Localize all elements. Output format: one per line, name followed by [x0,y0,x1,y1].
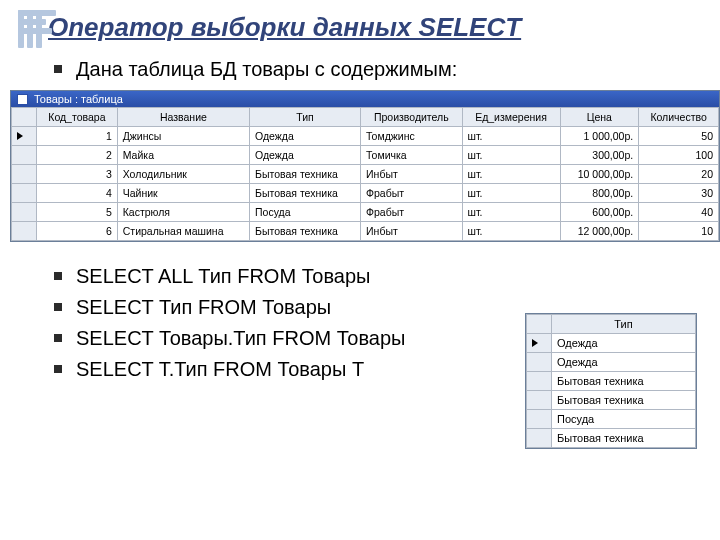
cell: 12 000,00р. [560,222,639,241]
query-item: SELECT ALL Тип FROM Товары [54,262,690,291]
row-selector-header [12,108,37,127]
table-row: 3ХолодильникБытовая техникаИнбытшт.10 00… [12,165,719,184]
col-header: Тип [250,108,361,127]
cell: Бытовая техника [250,165,361,184]
cell: 4 [37,184,118,203]
cell: шт. [462,165,560,184]
cell: 800,00р. [560,184,639,203]
cell: 40 [639,203,719,222]
cell: 100 [639,146,719,165]
table-row: 4ЧайникБытовая техникаФрабытшт.800,00р.3… [12,184,719,203]
cell: 2 [37,146,118,165]
row-selector [12,222,37,241]
table-icon [17,94,28,105]
products-table: Код_товараНазваниеТипПроизводительЕд_изм… [11,107,719,241]
cell: Фрабыт [361,184,463,203]
row-selector [527,334,552,353]
result-selector-header [527,315,552,334]
col-header: Производитель [361,108,463,127]
cell: 10 000,00р. [560,165,639,184]
result-row: Бытовая техника [527,391,696,410]
col-header: Ед_измерения [462,108,560,127]
cell: Стиральная машина [117,222,249,241]
row-selector [527,353,552,372]
col-header: Название [117,108,249,127]
cell: шт. [462,184,560,203]
cell: Одежда [552,353,696,372]
db-window-title: Товары : таблица [34,93,123,105]
table-row: 6Стиральная машинаБытовая техникаИнбытшт… [12,222,719,241]
col-header: Цена [560,108,639,127]
result-row: Бытовая техника [527,372,696,391]
result-header: Тип [552,315,696,334]
cell: 10 [639,222,719,241]
table-row: 2МайкаОдеждаТомичкашт.300,00р.100 [12,146,719,165]
cell: 30 [639,184,719,203]
cell: 600,00р. [560,203,639,222]
cell: Томичка [361,146,463,165]
db-window-titlebar: Товары : таблица [11,91,719,107]
db-table-window: Товары : таблица Код_товараНазваниеТипПр… [10,90,720,242]
slide-title: Оператор выборки данных SELECT [48,12,690,43]
cell: Одежда [552,334,696,353]
result-row: Бытовая техника [527,429,696,448]
cell: 20 [639,165,719,184]
cell: Бытовая техника [250,184,361,203]
cell: шт. [462,127,560,146]
result-row: Посуда [527,410,696,429]
cell: Инбыт [361,222,463,241]
result-row: Одежда [527,353,696,372]
result-table: Тип ОдеждаОдеждаБытовая техникаБытовая т… [526,314,696,448]
cell: Одежда [250,146,361,165]
cell: 300,00р. [560,146,639,165]
cell: Кастрюля [117,203,249,222]
cell: Фрабыт [361,203,463,222]
table-row: 5КастрюляПосудаФрабытшт.600,00р.40 [12,203,719,222]
cell: 1 [37,127,118,146]
row-selector [527,410,552,429]
cell: Бытовая техника [250,222,361,241]
col-header: Количество [639,108,719,127]
cell: шт. [462,146,560,165]
cell: Томджинс [361,127,463,146]
cell: шт. [462,203,560,222]
row-selector [527,372,552,391]
result-table-window: Тип ОдеждаОдеждаБытовая техникаБытовая т… [525,313,697,449]
cell: Бытовая техника [552,391,696,410]
row-selector [12,165,37,184]
result-row: Одежда [527,334,696,353]
cell: Холодильник [117,165,249,184]
cell: 50 [639,127,719,146]
row-selector [12,127,37,146]
cell: Инбыт [361,165,463,184]
row-selector [527,429,552,448]
col-header: Код_товара [37,108,118,127]
current-row-icon [17,132,23,140]
cell: Посуда [250,203,361,222]
cell: Джинсы [117,127,249,146]
cell: шт. [462,222,560,241]
cell: Чайник [117,184,249,203]
cell: Посуда [552,410,696,429]
cell: Одежда [250,127,361,146]
row-selector [12,146,37,165]
intro-text: Дана таблица БД товары с содержимым: [54,55,690,84]
row-selector [527,391,552,410]
row-selector [12,203,37,222]
cell: 3 [37,165,118,184]
cell: Бытовая техника [552,372,696,391]
row-selector [12,184,37,203]
cell: 1 000,00р. [560,127,639,146]
cell: Бытовая техника [552,429,696,448]
cell: 5 [37,203,118,222]
current-row-icon [532,339,538,347]
cell: Майка [117,146,249,165]
slide-logo [18,10,56,48]
cell: 6 [37,222,118,241]
table-row: 1ДжинсыОдеждаТомджинсшт.1 000,00р.50 [12,127,719,146]
